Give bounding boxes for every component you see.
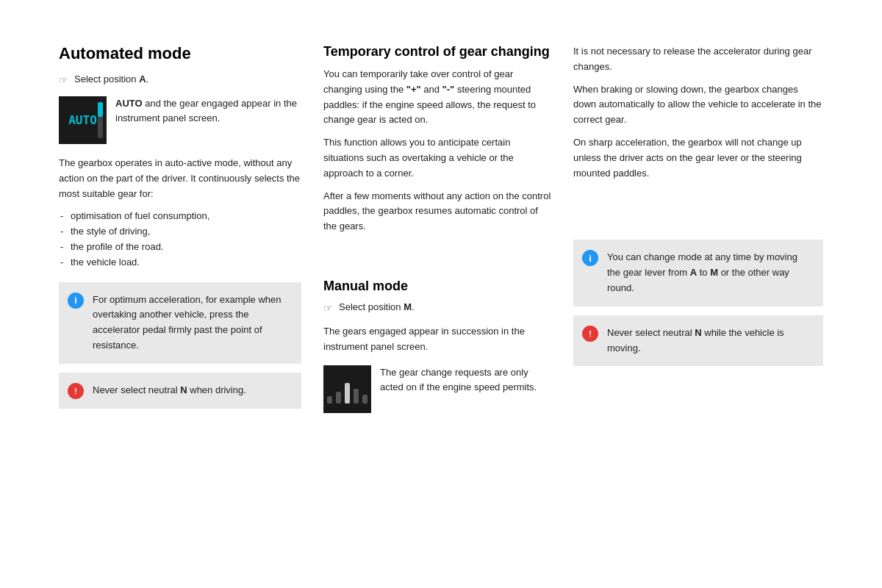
warning-text-left: Never select neutral N when driving. [93,383,291,398]
manual-mode-title: Manual mode [323,279,551,294]
right-body1: It is not necessary to release the accel… [573,44,823,75]
neutral-warning-box-left: ! Never select neutral N when driving. [59,373,301,409]
info-icon: i [68,293,84,309]
select-position-row: ☞ Select position A. [59,74,301,86]
gearbox-bullets: optimisation of fuel consumption, the st… [59,209,301,270]
bullet-1: optimisation of fuel consumption, [59,209,301,224]
bullet-2: the style of driving, [59,224,301,240]
warning-text-right: Never select neutral N while the vehicle… [607,326,813,356]
mode-change-text: You can change mode at any time by movin… [607,250,813,295]
warning-icon-left: ! [68,383,84,399]
bullet-3: the profile of the road. [59,240,301,255]
auto-display-row: AUTO AUTO and the gear engaged appear in… [59,96,301,144]
manual-body2: The gear change requests are only acted … [380,365,551,396]
neutral-warning-box-right: ! Never select neutral N while the vehic… [573,315,823,367]
manual-body1: The gears engaged appear in succession i… [323,324,551,355]
mid-column: Temporary control of gear changing You c… [323,44,573,417]
right-body3: On sharp acceleration, the gearbox will … [573,135,823,181]
auto-description: AUTO and the gear engaged appear in the … [115,96,301,125]
temp-body1: You can temporarily take over control of… [323,67,551,128]
right-text-block: It is not necessary to release the accel… [573,44,823,181]
right-info-section: i You can change mode at any time by mov… [573,240,823,366]
manual-image-row: The gear change requests are only acted … [323,365,551,413]
m-bar-1 [327,396,332,404]
pointer-icon: ☞ [59,74,68,86]
manual-display-image [323,365,371,413]
m-bar-container [327,374,368,404]
gearbox-body1: The gearbox operates in auto-active mode… [59,156,301,201]
right-body2: When braking or slowing down, the gearbo… [573,82,823,128]
manual-select-text: Select position M. [339,301,415,312]
info-text: For optimum acceleration, for example wh… [93,293,291,354]
info-icon-right: i [582,250,598,266]
mode-change-info-box: i You can change mode at any time by mov… [573,240,823,306]
temp-control-title: Temporary control of gear changing [323,44,551,60]
pointer-icon-manual: ☞ [323,302,333,314]
select-position-text: Select position A. [74,74,148,85]
right-column: It is not necessary to release the accel… [573,44,823,417]
m-bar-2 [336,392,341,404]
acceleration-info-box: i For optimum acceleration, for example … [59,282,301,364]
temp-body2: This function allows you to anticipate c… [323,135,551,181]
m-bar-3 [345,383,350,404]
temp-body3: After a few moments without any action o… [323,189,551,234]
m-bar-5 [362,395,368,404]
auto-display-image: AUTO [59,96,107,144]
warning-icon-right: ! [582,326,598,342]
bullet-4: the vehicle load. [59,255,301,270]
manual-select-row: ☞ Select position M. [323,301,551,314]
left-column: Automated mode ☞ Select position A. AUTO… [59,44,323,417]
m-bar-4 [354,389,359,404]
auto-text: AUTO [68,113,97,127]
automated-mode-title: Automated mode [59,44,301,63]
